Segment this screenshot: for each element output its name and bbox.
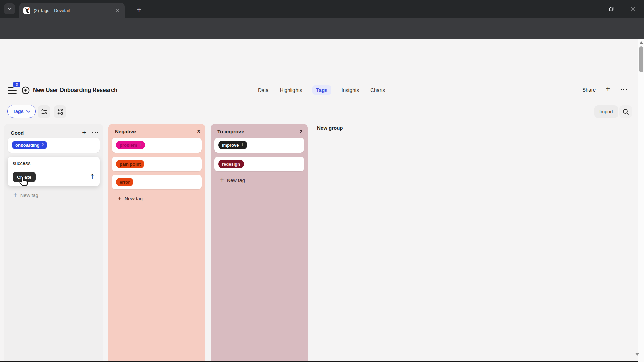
tab-search-button[interactable] xyxy=(4,3,15,14)
sliders-icon xyxy=(41,109,47,115)
share-button[interactable]: Share xyxy=(582,87,596,93)
tag-label: redesign xyxy=(222,162,240,167)
import-button[interactable]: Import xyxy=(594,105,618,118)
view-selector-dropdown[interactable]: Tags xyxy=(7,105,36,118)
scrollbar-thumb[interactable] xyxy=(639,46,643,72)
tag-pill-problem[interactable]: problem 1 xyxy=(116,141,145,149)
dovetail-favicon xyxy=(23,7,30,14)
tab-data[interactable]: Data xyxy=(257,85,270,95)
scrollbar-up-arrow[interactable] xyxy=(640,41,643,44)
project-record-icon xyxy=(21,86,30,95)
tag-card[interactable]: error xyxy=(112,175,202,189)
new-tag-button[interactable]: + New tag xyxy=(13,191,38,199)
main-nav: Data Highlights Tags Insights Charts xyxy=(257,84,386,95)
tag-count: 1 xyxy=(139,143,141,147)
new-tag-button[interactable]: + New tag xyxy=(118,195,143,202)
tag-label: onboarding xyxy=(15,143,40,148)
plus-icon: + xyxy=(13,191,17,199)
plus-icon: + xyxy=(118,195,122,202)
dovetail-app: 2 New User Onboarding Research Data High… xyxy=(0,39,638,361)
group-name: To improve xyxy=(217,129,300,134)
search-icon xyxy=(622,108,629,115)
new-tag-input-value: success xyxy=(13,161,30,166)
add-tag-icon[interactable]: + xyxy=(82,129,86,137)
chevron-down-icon xyxy=(8,8,12,10)
group-menu-icon[interactable] xyxy=(92,132,98,133)
group-sort-button[interactable] xyxy=(54,105,66,118)
import-label: Import xyxy=(599,109,613,114)
tag-label: problem xyxy=(120,143,137,148)
tag-pill-onboarding[interactable]: onboarding 2 xyxy=(12,141,47,149)
window-bottom-edge xyxy=(0,361,638,362)
group-name: Good xyxy=(11,130,82,136)
new-tag-label: New tag xyxy=(125,196,143,201)
shapes-sort-icon xyxy=(57,109,63,115)
tag-label: error xyxy=(120,180,130,185)
group-count: 3 xyxy=(197,129,200,134)
tag-card[interactable]: pain point xyxy=(112,157,202,171)
group-count: 2 xyxy=(300,129,302,134)
hamburger-menu-icon[interactable] xyxy=(8,87,17,94)
new-tag-composer[interactable]: success Create ↑ xyxy=(8,157,100,186)
window-restore-button[interactable] xyxy=(604,3,619,15)
search-button[interactable] xyxy=(619,105,632,118)
submit-arrow-icon[interactable]: ↑ xyxy=(90,173,95,180)
tag-card[interactable]: improve 1 xyxy=(214,138,304,153)
tab-charts[interactable]: Charts xyxy=(369,85,386,95)
hand-cursor xyxy=(19,175,29,187)
filter-settings-button[interactable] xyxy=(38,105,50,118)
page-title: New User Onboarding Research xyxy=(33,87,117,93)
tag-pill-error[interactable]: error xyxy=(116,178,133,186)
tag-card[interactable]: onboarding 2 xyxy=(8,138,100,153)
chevron-down-icon xyxy=(26,110,30,113)
tag-label: pain point xyxy=(120,162,141,167)
tag-label: improve xyxy=(222,143,239,148)
notification-badge: 2 xyxy=(13,81,21,88)
tab-title: (2) Tags – Dovetail xyxy=(34,8,113,13)
tag-card[interactable]: problem 1 xyxy=(112,138,202,153)
tag-pill-improve[interactable]: improve 1 xyxy=(218,141,247,149)
new-tag-label: New tag xyxy=(227,178,245,183)
browser-tab[interactable]: (2) Tags – Dovetail xyxy=(19,3,125,18)
browser-tab-strip: (2) Tags – Dovetail + xyxy=(0,0,644,18)
browser-toolbar: moodjoy-team-2h2v.dovetail.com/projects/… xyxy=(0,18,644,39)
new-tag-label: New tag xyxy=(20,193,38,198)
tag-count: 2 xyxy=(42,143,44,147)
tab-insights[interactable]: Insights xyxy=(340,85,360,95)
plus-icon: + xyxy=(220,176,224,184)
window-close-button[interactable] xyxy=(626,3,641,15)
tab-tags[interactable]: Tags xyxy=(312,85,332,95)
new-tab-button[interactable]: + xyxy=(133,4,144,15)
tab-highlights[interactable]: Highlights xyxy=(279,85,304,95)
new-tag-input[interactable]: success xyxy=(13,161,31,166)
more-options-icon[interactable] xyxy=(621,89,627,90)
tag-pill-pain-point[interactable]: pain point xyxy=(116,160,144,168)
new-tag-button[interactable]: + New tag xyxy=(220,176,245,184)
text-caret xyxy=(31,161,31,166)
window-minimize-button[interactable] xyxy=(582,3,597,15)
group-name: Negative xyxy=(115,129,197,134)
vertical-scrollbar[interactable] xyxy=(638,39,644,362)
view-selector-label: Tags xyxy=(13,109,24,114)
tab-close-icon[interactable] xyxy=(113,7,121,14)
add-button[interactable]: + xyxy=(606,84,610,94)
tag-pill-redesign[interactable]: redesign xyxy=(218,160,244,168)
scrollbar-down-arrow[interactable] xyxy=(635,353,640,356)
new-group-button[interactable]: New group xyxy=(317,125,343,131)
tag-count: 1 xyxy=(241,143,244,147)
tag-card[interactable]: redesign xyxy=(214,157,304,171)
